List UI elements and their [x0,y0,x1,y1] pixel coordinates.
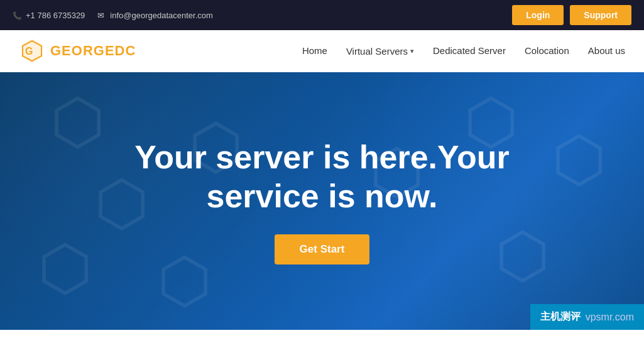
nav-item-about-us[interactable]: About us [588,45,625,57]
hex-deco-1: ⬡ [50,85,105,158]
email-icon [97,11,106,20]
phone-number: +1 786 6735329 [26,11,85,20]
top-bar-contacts: +1 786 6735329 info@georgedatacenter.com [13,11,213,20]
nav-item-colocation[interactable]: Colocation [525,45,569,57]
hex-deco-7: ⬡ [495,219,550,292]
hex-deco-4: ⬡ [38,231,92,305]
watermark-url: vpsmr.com [586,312,634,323]
support-button[interactable]: Support [570,5,631,25]
nav-link-about-us[interactable]: About us [588,45,625,56]
hex-deco-6: ⬡ [552,123,606,196]
hex-deco-5: ⬡ [157,244,212,317]
nav-item-virtual-servers[interactable]: Virtual Servers ▾ [346,46,414,57]
nav-link-colocation[interactable]: Colocation [525,45,569,56]
login-button[interactable]: Login [512,5,564,25]
nav-link-dedicated-server[interactable]: Dedicated Server [433,45,506,56]
top-bar-actions: Login Support [512,5,631,25]
nav-item-dedicated-server[interactable]: Dedicated Server [433,45,506,57]
logo-text: GEORGEDC [50,43,136,59]
phone-contact: +1 786 6735329 [13,11,85,20]
navbar: G GEORGEDC Home Virtual Servers ▾ Dedica… [0,30,644,72]
nav-link-home[interactable]: Home [302,45,327,56]
email-contact: info@georgedatacenter.com [97,11,213,20]
nav-label-virtual-servers: Virtual Servers [346,46,408,57]
watermark-overlay: 主机测评 vpsmr.com [530,304,644,330]
svg-text:G: G [25,46,33,57]
watermark-chinese-text: 主机测评 [540,310,581,324]
hero-title: Your server is here.Your service is now. [102,138,542,216]
email-address: info@georgedatacenter.com [110,11,213,20]
chevron-down-icon: ▾ [410,47,414,55]
hero-section: ⬡ ⬡ ⬡ ⬡ ⬡ ⬡ ⬡ ⬡ ⬡ Your server is here.Yo… [0,72,644,330]
logo-icon: G [19,38,45,64]
phone-icon [13,11,22,20]
nav-menu: Home Virtual Servers ▾ Dedicated Server … [302,45,625,57]
get-start-button[interactable]: Get Start [275,234,370,265]
logo-link[interactable]: G GEORGEDC [19,38,136,64]
top-bar: +1 786 6735329 info@georgedatacenter.com… [0,0,644,30]
nav-dropdown-virtual-servers[interactable]: Virtual Servers ▾ [346,46,414,57]
nav-item-home[interactable]: Home [302,45,327,57]
